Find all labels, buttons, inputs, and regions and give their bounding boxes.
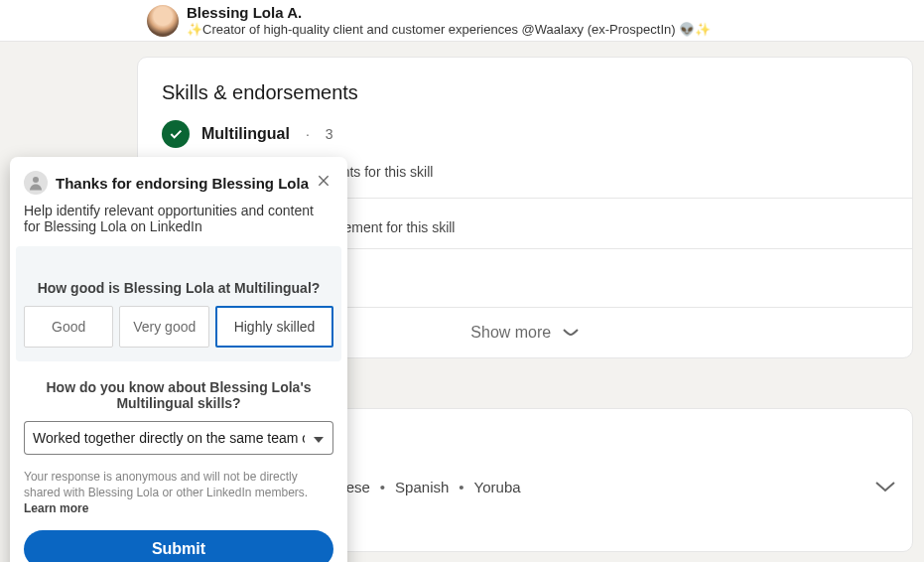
- avatar-placeholder-icon: [24, 171, 48, 195]
- language-item: Spanish: [395, 479, 449, 495]
- rating-option-good[interactable]: Good: [24, 306, 113, 348]
- modal-title: Thanks for endorsing Blessing Lola: [56, 175, 309, 192]
- svg-point-0: [33, 177, 39, 183]
- skill-row[interactable]: Multilingual · 3: [162, 120, 888, 148]
- profile-name[interactable]: Blessing Lola A.: [187, 4, 711, 22]
- endorse-feedback-modal: Thanks for endorsing Blessing Lola Help …: [10, 157, 347, 562]
- profile-headline: ✨Creator of high-quality client and cust…: [187, 22, 711, 38]
- skill-name: Multilingual: [201, 125, 290, 143]
- modal-description: Help identify relevant opportunities and…: [24, 203, 333, 234]
- close-button[interactable]: [312, 169, 335, 193]
- check-icon: [162, 120, 190, 148]
- language-item: Yoruba: [474, 479, 521, 495]
- question-1: How good is Blessing Lola at Multilingua…: [24, 280, 333, 296]
- submit-button[interactable]: Submit: [24, 530, 333, 562]
- skill-count: 3: [326, 126, 333, 142]
- question-2: How do you know about Blessing Lola's Mu…: [24, 379, 333, 411]
- skill-count-sep: ·: [306, 126, 310, 142]
- rating-option-very-good[interactable]: Very good: [119, 306, 208, 348]
- avatar[interactable]: [147, 5, 179, 37]
- dot-separator: •: [459, 479, 463, 495]
- learn-more-link[interactable]: Learn more: [24, 501, 88, 515]
- chevron-down-icon[interactable]: [874, 479, 896, 496]
- relationship-select[interactable]: Worked together directly on the same tea…: [24, 421, 333, 455]
- rating-option-highly-skilled[interactable]: Highly skilled: [215, 306, 333, 348]
- disclaimer-text: Your response is anonymous and will not …: [24, 469, 333, 516]
- rating-options: Good Very good Highly skilled: [24, 306, 333, 348]
- show-more-label: Show more: [470, 324, 551, 341]
- chevron-down-icon: [562, 324, 580, 342]
- card-title: Skills & endorsements: [162, 81, 888, 104]
- dot-separator: •: [380, 479, 385, 495]
- mini-profile-header: Blessing Lola A. ✨Creator of high-qualit…: [0, 0, 924, 42]
